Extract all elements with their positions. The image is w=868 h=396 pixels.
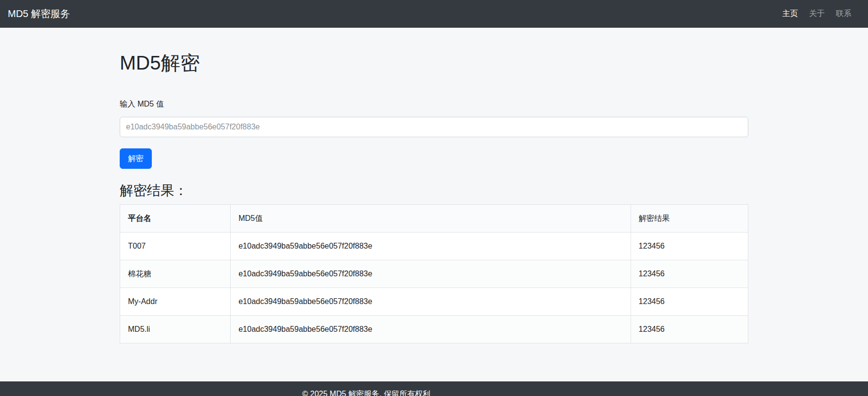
result-cell: 123456 [631,232,748,260]
footer-copyright: © 2025 MD5 解密服务, 保留所有权利 [0,388,733,396]
footer-inner: © 2025 MD5 解密服务, 保留所有权利 [0,388,733,396]
table-row: 棉花糖 e10adc3949ba59abbe56e057f20f883e 123… [120,260,748,288]
platform-cell: My-Addr [120,288,231,315]
results-table-body: T007 e10adc3949ba59abbe56e057f20f883e 12… [120,232,748,343]
table-header-cell: 平台名 [120,204,231,232]
results-table-header: 平台名 MD5值 解密结果 [120,204,748,232]
md5-cell: e10adc3949ba59abbe56e057f20f883e [231,260,631,288]
md5-input-label: 输入 MD5 值 [120,98,748,110]
page: MD5 解密服务 主页 关于 联系 MD5解密 输入 MD5 值 解密 [0,0,868,396]
md5-cell: e10adc3949ba59abbe56e057f20f883e [231,288,631,315]
result-cell: 123456 [631,260,748,288]
table-row: MD5.li e10adc3949ba59abbe56e057f20f883e … [120,315,748,343]
md5-cell: e10adc3949ba59abbe56e057f20f883e [231,232,631,260]
page-title: MD5解密 [120,51,748,74]
results-table: 平台名 MD5值 解密结果 T007 e10adc3949ba59abbe56e… [120,204,748,343]
platform-cell: T007 [120,232,231,260]
table-header-cell: MD5值 [231,204,631,232]
result-cell: 123456 [631,315,748,343]
decrypt-button[interactable]: 解密 [120,148,152,169]
md5-cell: e10adc3949ba59abbe56e057f20f883e [231,315,631,343]
table-header-cell: 解密结果 [631,204,748,232]
result-cell: 123456 [631,288,748,315]
navbar-brand[interactable]: MD5 解密服务 [8,7,70,20]
nav-link[interactable]: 主页 [782,9,798,18]
platform-cell: 棉花糖 [120,260,231,288]
md5-input[interactable] [120,117,748,137]
table-header-row: 平台名 MD5值 解密结果 [120,204,748,232]
nav-link[interactable]: 联系 [836,9,851,18]
table-row: My-Addr e10adc3949ba59abbe56e057f20f883e… [120,288,748,315]
navbar-links: 主页 关于 联系 [782,9,851,19]
footer: © 2025 MD5 解密服务, 保留所有权利 [0,381,868,396]
platform-cell: MD5.li [120,315,231,343]
results-heading: 解密结果： [120,182,748,199]
main-content: MD5解密 输入 MD5 值 解密 解密结果： 平台名 MD5值 [0,28,868,343]
content-container: MD5解密 输入 MD5 值 解密 解密结果： 平台名 MD5值 [120,28,748,343]
navbar: MD5 解密服务 主页 关于 联系 [0,0,868,28]
nav-link[interactable]: 关于 [809,9,825,18]
table-row: T007 e10adc3949ba59abbe56e057f20f883e 12… [120,232,748,260]
